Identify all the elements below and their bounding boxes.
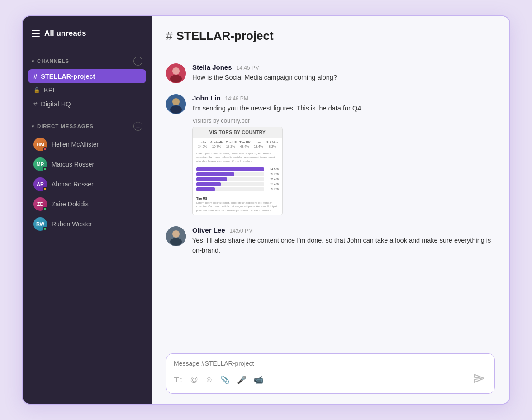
dm-title: ▾ DIRECT MESSAGES [32, 124, 94, 129]
pdf-bar-1: 34.5% [196, 167, 279, 171]
channels-header: ▾ CHANNELS + [28, 57, 146, 69]
stella-avatar-img [166, 63, 186, 83]
channel-hash-icon: # [33, 72, 37, 80]
send-arrow-icon [473, 373, 485, 386]
msg-content-stella: Stella Jones 14:45 PM How is the Social … [192, 63, 495, 83]
all-unreads-button[interactable]: All unreads [32, 29, 86, 38]
add-dm-button[interactable]: + [133, 122, 142, 131]
dm-item-marcus[interactable]: MR Marcus Rosser [28, 154, 146, 174]
sidebar-header: All unreads [23, 16, 152, 48]
svg-point-5 [170, 105, 182, 114]
main-chat: # STELLAR-project Stella [152, 16, 509, 404]
microphone-icon[interactable]: 🎤 [237, 375, 247, 385]
avatar-marcus: MR [33, 158, 47, 171]
msg-time-stella: 14:45 PM [237, 65, 260, 71]
channels-chevron-icon[interactable]: ▾ [32, 59, 34, 64]
dm-header: ▾ DIRECT MESSAGES + [28, 122, 146, 134]
msg-author-stella: Stella Jones [192, 63, 232, 71]
messages-area: Stella Jones 14:45 PM How is the Social … [152, 52, 509, 347]
status-dot-marcus [43, 167, 47, 171]
pdf-attachment[interactable]: Visitors by country.pdf VISITORS BY COUN… [192, 117, 495, 215]
pdf-table-header-row: India Australia The US The UK Iran S.Afr… [196, 141, 279, 144]
msg-text-stella: How is the Social Media campaign coming … [192, 73, 495, 83]
message-oliver: Oliver Lee 14:50 PM Yes, I'll also share… [166, 226, 495, 256]
msg-time-john: 14:46 PM [225, 95, 248, 102]
dm-name-hellen: Hellen McAllister [52, 141, 99, 148]
svg-point-1 [172, 67, 180, 75]
dm-item-ahmad[interactable]: AR Ahmad Rosser [28, 174, 146, 194]
msg-author-john: John Lin [192, 94, 221, 102]
avatar-hellen: HM [33, 138, 47, 151]
msg-text-oliver: Yes, I'll also share the content once I'… [192, 236, 495, 256]
message-input[interactable] [174, 360, 487, 367]
channel-title-text: STELLAR-project [176, 29, 273, 43]
avatar-john [166, 94, 186, 114]
format-text-icon[interactable]: 𝗧↕ [174, 375, 183, 385]
chat-header: # STELLAR-project [152, 16, 509, 52]
pdf-header: VISITORS BY COUNTRY [193, 127, 282, 138]
chat-title: # STELLAR-project [166, 29, 495, 43]
mention-icon[interactable]: @ [190, 375, 198, 384]
msg-meta-stella: Stella Jones 14:45 PM [192, 63, 495, 71]
attachment-icon[interactable]: 📎 [220, 375, 230, 385]
sidebar: All unreads ▾ CHANNELS + # STELLAR-proje… [23, 16, 152, 404]
status-dot-ahmad [43, 187, 47, 191]
pdf-bar-2: 19.2% [196, 172, 279, 176]
all-unreads-label: All unreads [44, 29, 86, 38]
message-input-box: 𝗧↕ @ ☺ 📎 🎤 📹 [166, 353, 495, 394]
status-dot-hellen [43, 147, 47, 151]
pdf-table-values-row: 34.5% 10.7% 18.2% 43.4% 13.4% 8.2% [196, 145, 279, 148]
svg-point-2 [170, 75, 182, 83]
dm-name-marcus: Marcus Rosser [52, 161, 94, 168]
channel-name-kpi: KPI [44, 86, 54, 94]
dm-chevron-icon[interactable]: ▾ [32, 124, 34, 129]
pdf-preview: VISITORS BY COUNTRY India Australia The … [192, 127, 283, 215]
emoji-icon[interactable]: ☺ [205, 375, 213, 384]
msg-meta-john: John Lin 14:46 PM [192, 94, 495, 102]
channels-title: ▾ CHANNELS [32, 58, 69, 64]
channel-hash2-icon: # [33, 100, 37, 108]
svg-point-4 [172, 98, 180, 105]
dm-name-zaire: Zaire Dokidis [52, 200, 89, 208]
pdf-section-title: The US [193, 195, 282, 201]
channel-lock-icon: 🔒 [33, 87, 40, 93]
status-dot-ruben [43, 227, 47, 231]
input-area: 𝗧↕ @ ☺ 📎 🎤 📹 [152, 347, 509, 404]
john-avatar-img [166, 94, 186, 114]
status-dot-zaire [43, 207, 47, 211]
avatar-stella [166, 63, 186, 83]
dm-item-hellen[interactable]: HM Hellen McAllister [28, 134, 146, 154]
pdf-bar-5: 9.2% [196, 187, 279, 191]
hamburger-icon [32, 30, 40, 37]
send-button[interactable] [471, 372, 487, 388]
input-toolbar: 𝗧↕ @ ☺ 📎 🎤 📹 [174, 372, 487, 388]
pdf-lorem-text2: Lorem ipsum dolor sit amet, consectetur … [193, 201, 282, 215]
pdf-lorem-text: Lorem ipsum dolor sit amet, consectetur … [193, 152, 282, 166]
oliver-avatar-img [166, 226, 186, 246]
pdf-chart: 34.5% 19.2% 15.4% [193, 166, 282, 195]
channel-name-digital-hq: Digital HQ [41, 100, 71, 108]
svg-point-8 [170, 238, 182, 246]
pdf-bar-4: 12.4% [196, 182, 279, 186]
channel-name-stellar: STELLAR-project [41, 73, 95, 80]
channel-item-digital-hq[interactable]: # Digital HQ [28, 97, 146, 111]
channel-item-kpi[interactable]: 🔒 KPI [28, 83, 146, 97]
pdf-bar-3: 15.4% [196, 177, 279, 181]
pdf-filename: Visitors by country.pdf [192, 117, 495, 124]
dm-name-ruben: Ruben Wester [52, 220, 92, 228]
msg-time-oliver: 14:50 PM [230, 228, 253, 234]
dm-section: ▾ DIRECT MESSAGES + HM Hellen McAllister… [23, 116, 152, 236]
add-channel-button[interactable]: + [133, 57, 142, 66]
dm-item-ruben[interactable]: RW Ruben Wester [28, 214, 146, 234]
svg-point-7 [172, 230, 180, 238]
channel-item-stellar[interactable]: # STELLAR-project [28, 69, 146, 83]
video-icon[interactable]: 📹 [254, 375, 263, 385]
msg-content-john: John Lin 14:46 PM I'm sending you the ne… [192, 94, 495, 215]
msg-text-john: I'm sending you the newest figures. This… [192, 104, 495, 114]
dm-item-zaire[interactable]: ZD Zaire Dokidis [28, 194, 146, 214]
msg-meta-oliver: Oliver Lee 14:50 PM [192, 226, 495, 234]
message-stella: Stella Jones 14:45 PM How is the Social … [166, 63, 495, 83]
channel-hash-header-icon: # [166, 29, 172, 43]
avatar-ahmad: AR [33, 177, 47, 191]
dm-name-ahmad: Ahmad Rosser [52, 181, 94, 188]
